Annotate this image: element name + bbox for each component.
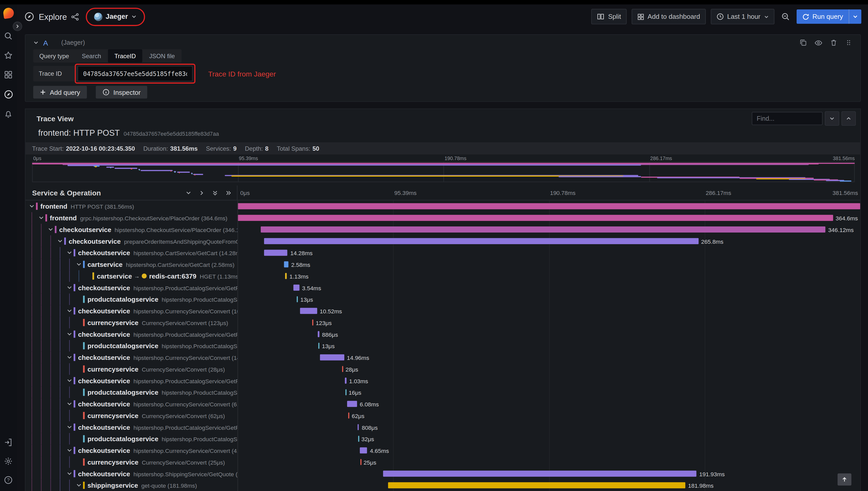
collapse-chevron-icon[interactable]: [66, 447, 73, 453]
span-bar[interactable]: [238, 203, 860, 209]
span-row[interactable]: checkoutservicehipstershop.CurrencyServi…: [25, 305, 860, 317]
alerting-bell-icon[interactable]: [4, 110, 13, 118]
collapse-chevron-icon[interactable]: [66, 378, 73, 384]
span-bar[interactable]: [345, 378, 346, 384]
span-bar[interactable]: [264, 250, 288, 256]
collapse-query-chevron-icon[interactable]: [33, 40, 39, 46]
span-bar[interactable]: [342, 366, 343, 372]
span-row[interactable]: checkoutservicehipstershop.ShippingServi…: [25, 468, 860, 480]
add-to-dashboard-button[interactable]: Add to dashboard: [631, 9, 706, 24]
query-type-tab-traceid[interactable]: TraceID: [108, 49, 143, 62]
span-bar[interactable]: [318, 331, 320, 337]
search-icon[interactable]: [4, 31, 13, 40]
run-query-dropdown[interactable]: [849, 9, 861, 24]
drag-handle-icon[interactable]: [845, 39, 852, 47]
collapse-chevron-icon[interactable]: [76, 261, 83, 267]
zoom-out-button[interactable]: [779, 12, 791, 21]
dashboards-icon[interactable]: [4, 70, 13, 79]
span-bar[interactable]: [297, 296, 298, 302]
minimap-plot[interactable]: [32, 162, 855, 182]
span-bar[interactable]: [320, 354, 344, 360]
span-bar[interactable]: [358, 436, 359, 442]
split-button[interactable]: Split: [592, 9, 627, 24]
span-row[interactable]: cartservicehipstershop.CartService/GetCa…: [25, 258, 860, 270]
collapse-chevron-icon[interactable]: [29, 203, 36, 209]
collapse-chevron-icon[interactable]: [66, 401, 73, 407]
collapse-chevron-icon[interactable]: [66, 250, 73, 256]
expand-one-chevron-right-icon[interactable]: [199, 190, 205, 196]
collapse-chevron-icon[interactable]: [57, 238, 64, 244]
expand-all-double-chevron-right-icon[interactable]: [226, 190, 232, 196]
grafana-logo[interactable]: [2, 7, 14, 19]
span-bar[interactable]: [285, 273, 287, 279]
span-bar[interactable]: [319, 343, 320, 349]
span-bar[interactable]: [348, 412, 349, 418]
collapse-chevron-icon[interactable]: [66, 285, 73, 291]
span-bar[interactable]: [360, 447, 367, 453]
span-row[interactable]: checkoutservicehipstershop.CurrencyServi…: [25, 444, 860, 456]
span-row[interactable]: checkoutservicehipstershop.ProductCatalo…: [25, 375, 860, 386]
span-row[interactable]: productcatalogservicehipstershop.Product…: [25, 340, 860, 352]
trace-id-input[interactable]: [78, 66, 192, 81]
add-query-button[interactable]: Add query: [33, 86, 87, 98]
span-row[interactable]: checkoutservicehipstershop.CurrencyServi…: [25, 398, 860, 410]
span-row[interactable]: currencyserviceCurrencyService/Convert (…: [25, 410, 860, 422]
settings-gear-icon[interactable]: [4, 457, 13, 466]
span-bar[interactable]: [345, 389, 346, 396]
span-row[interactable]: checkoutservicehipstershop.CurrencyServi…: [25, 351, 860, 363]
span-bar[interactable]: [383, 471, 696, 477]
scroll-to-top-button[interactable]: [838, 473, 851, 486]
span-row[interactable]: checkoutservicehipstershop.CheckoutServi…: [25, 224, 860, 235]
inspector-button[interactable]: Inspector: [95, 86, 147, 98]
span-row[interactable]: checkoutserviceprepareOrderItemsAndShipp…: [25, 235, 860, 247]
span-row[interactable]: productcatalogservicehipstershop.Product…: [25, 293, 860, 305]
find-next-button[interactable]: [841, 111, 856, 126]
span-bar[interactable]: [300, 308, 317, 314]
collapse-chevron-icon[interactable]: [38, 215, 45, 221]
span-bar[interactable]: [358, 424, 359, 430]
span-row[interactable]: frontendHTTP POST (381.56ms): [25, 201, 860, 212]
query-type-tab-json-file[interactable]: JSON file: [143, 49, 182, 62]
collapse-chevron-icon[interactable]: [66, 308, 73, 314]
span-row[interactable]: productcatalogservicehipstershop.Product…: [25, 433, 860, 445]
duplicate-query-icon[interactable]: [799, 39, 807, 47]
hide-query-eye-icon[interactable]: [814, 38, 823, 47]
datasource-picker[interactable]: Jaeger: [90, 10, 141, 23]
span-bar[interactable]: [294, 285, 299, 291]
span-row[interactable]: shippingserviceget-quote (181.98ms)181.9…: [25, 480, 860, 491]
collapse-chevron-icon[interactable]: [66, 424, 73, 430]
span-row[interactable]: checkoutservicehipstershop.ProductCatalo…: [25, 282, 860, 293]
span-bar[interactable]: [238, 215, 833, 221]
span-bar[interactable]: [347, 401, 357, 407]
help-icon[interactable]: ?: [4, 475, 13, 484]
find-input[interactable]: [752, 112, 822, 125]
find-prev-button[interactable]: [825, 111, 839, 126]
collapse-one-chevron-down-icon[interactable]: [185, 190, 191, 196]
explore-icon[interactable]: [4, 90, 13, 99]
collapse-chevron-icon[interactable]: [66, 331, 73, 337]
span-bar[interactable]: [264, 238, 698, 244]
trace-minimap[interactable]: 0μs95.39ms190.78ms286.17ms381.56ms: [25, 154, 860, 185]
span-row[interactable]: frontendgrpc.hipstershop.CheckoutService…: [25, 212, 860, 224]
span-row[interactable]: productcatalogservicehipstershop.Product…: [25, 386, 860, 398]
run-query-button[interactable]: Run query: [796, 9, 861, 24]
span-bar[interactable]: [284, 261, 289, 267]
collapse-chevron-icon[interactable]: [66, 354, 73, 360]
remove-query-trash-icon[interactable]: [830, 39, 838, 47]
sidebar-expand-button[interactable]: [13, 22, 22, 31]
span-row[interactable]: currencyserviceCurrencyService/Convert (…: [25, 456, 860, 468]
span-bar[interactable]: [388, 482, 685, 488]
collapse-chevron-icon[interactable]: [66, 471, 73, 477]
run-query-main[interactable]: Run query: [796, 9, 849, 24]
collapse-all-double-chevron-down-icon[interactable]: [212, 190, 218, 196]
span-row[interactable]: cartservice→redis-cart:6379HGET (1.13ms)…: [25, 270, 860, 282]
span-row[interactable]: currencyserviceCurrencyService/Convert (…: [25, 363, 860, 375]
query-type-tab-search[interactable]: Search: [75, 49, 108, 62]
span-row[interactable]: currencyserviceCurrencyService/Convert (…: [25, 317, 860, 328]
span-bar[interactable]: [312, 319, 313, 325]
sign-in-icon[interactable]: [4, 438, 13, 447]
collapse-chevron-icon[interactable]: [76, 482, 83, 488]
share-icon[interactable]: [71, 12, 79, 21]
span-bar[interactable]: [261, 226, 825, 233]
span-row[interactable]: checkoutservicehipstershop.CartService/G…: [25, 247, 860, 259]
